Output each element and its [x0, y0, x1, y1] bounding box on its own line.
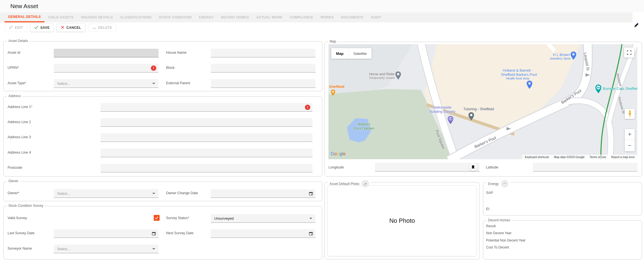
poi-marker-tutoring[interactable] — [468, 112, 474, 122]
cost-to-decent-label: Cost To Decent — [486, 245, 509, 249]
chevron-down-icon — [152, 248, 155, 250]
google-letter: G — [331, 151, 334, 156]
poi-marker-horse-and-rider[interactable] — [395, 71, 401, 81]
tab-child-assets[interactable]: CHILD ASSETS — [45, 12, 77, 22]
delete-button[interactable]: DELETE — [88, 24, 116, 32]
longitude-label: Longitude — [328, 165, 344, 169]
latitude-field[interactable] — [533, 163, 638, 172]
poi-marker-hl-brown[interactable] — [570, 51, 577, 61]
asset-default-photo-section: Asset Default Photo No Photo — [325, 182, 480, 259]
map-legend: Map — [330, 39, 336, 43]
owner-change-date-field[interactable] — [211, 189, 316, 198]
block-label: Block — [166, 66, 175, 70]
zoom-in-button[interactable]: + — [625, 129, 635, 140]
save-button-label: SAVE — [40, 26, 50, 30]
non-decent-year-label: Non Decent Year — [486, 231, 512, 235]
app-window: New Asset GENERAL DETAILS CHILD ASSETS H… — [0, 0, 644, 265]
page-title: New Asset — [10, 3, 38, 10]
calendar-icon[interactable] — [309, 191, 313, 197]
map-data-text: Map data ©2023 Google — [554, 156, 584, 159]
tab-classifications[interactable]: CLASSIFICATIONS — [116, 12, 155, 22]
house-name-field[interactable] — [211, 49, 316, 57]
house-name-label: House Name — [166, 51, 186, 55]
block-field[interactable] — [211, 64, 316, 72]
stock-condition-survey-legend: Stock Condition Survey — [8, 204, 43, 208]
google-letter: e — [343, 151, 346, 156]
keyboard-shortcuts-link[interactable]: Keyboard shortcuts — [525, 156, 549, 159]
save-button[interactable]: SAVE — [30, 24, 54, 32]
error-icon: ! — [151, 65, 156, 71]
report-map-error-link[interactable]: Report a map error — [611, 156, 635, 159]
survey-status-select[interactable]: Unsurveyed — [211, 214, 316, 223]
poi-hb-line1: Holland & Barrett - — [501, 68, 535, 72]
google-letter: o — [337, 151, 339, 156]
poi-label-horse-and-rider: Horse and Rider Temporarily closed — [368, 72, 395, 79]
longitude-field[interactable] — [375, 163, 480, 172]
address-line2-field[interactable] — [101, 118, 312, 127]
owner-select[interactable]: Select... — [54, 189, 158, 198]
poi-marker-nationwide[interactable]: £ — [447, 116, 454, 125]
map-type-satellite-button[interactable]: Satellite — [348, 48, 372, 59]
zoom-out-button[interactable]: − — [625, 140, 635, 151]
fullscreen-button[interactable] — [624, 48, 634, 58]
city-marker-sheffield[interactable] — [331, 90, 335, 97]
energy-section: Energy SAP EI — [483, 182, 642, 215]
latitude-label: Latitude — [486, 165, 498, 169]
ei-label: EI — [486, 207, 489, 211]
google-logo[interactable]: Google — [331, 151, 346, 156]
external-parent-field[interactable] — [211, 79, 316, 88]
address-line4-field[interactable] — [101, 149, 312, 157]
tab-stock-condition[interactable]: STOCK CONDITION — [155, 12, 195, 22]
pegman-button[interactable] — [625, 109, 635, 119]
photo-placeholder: No Photo — [327, 185, 477, 256]
google-letter: o — [334, 151, 337, 156]
calendar-icon[interactable] — [152, 231, 156, 237]
map-type-map-button[interactable]: Map — [331, 48, 348, 59]
last-survey-date-field[interactable] — [54, 229, 158, 238]
poi-marker-bumper-cars[interactable] — [595, 85, 602, 95]
surveyor-name-select[interactable]: Select... — [54, 245, 158, 253]
edit-button[interactable]: EDIT — [4, 24, 27, 32]
address-line3-label: Address Line 3 — [8, 135, 31, 139]
decent-homes-section: Decent Homes Result Non Decent Year Pote… — [483, 221, 642, 259]
energy-legend: Energy — [488, 182, 499, 186]
decent-homes-legend: Decent Homes — [488, 218, 510, 222]
stock-condition-survey-section: Stock Condition Survey Valid Survey Surv… — [3, 206, 322, 259]
map-canvas[interactable]: Leopold St Pinstone St Pinstone St Pool … — [328, 44, 637, 159]
address-line1-field[interactable]: ! — [101, 103, 312, 112]
map-type-control: Map Satellite — [331, 48, 372, 59]
edit-pencil-icon[interactable] — [633, 22, 639, 28]
asset-id-label: Asset Id — [8, 51, 20, 55]
fullscreen-icon — [627, 50, 631, 55]
poi-marker-holland-barrett[interactable] — [526, 81, 533, 90]
tab-actual-work[interactable]: ACTUAL WORK — [253, 12, 286, 22]
tab-general-details[interactable]: GENERAL DETAILS — [4, 12, 45, 22]
owner-legend: Owner — [8, 179, 18, 183]
map-attribution: Keyboard shortcuts Map data ©2023 Google… — [522, 155, 637, 159]
tab-compliance[interactable]: COMPLIANCE — [286, 12, 317, 22]
tab-documents[interactable]: DOCUMENTS — [337, 12, 367, 22]
owner-section: Owner Owner* Select... Owner Change Date — [3, 181, 322, 201]
tab-housing-details[interactable]: HOUSING DETAILS — [77, 12, 116, 22]
postcode-field[interactable] — [101, 164, 312, 172]
bookmark-button[interactable] — [469, 163, 477, 171]
uprn-field[interactable]: ! — [54, 64, 158, 72]
google-letter: g — [339, 151, 342, 156]
next-survey-date-field[interactable] — [211, 229, 316, 238]
asset-type-select[interactable]: Select... — [54, 79, 158, 88]
map-section: Map — [325, 42, 642, 177]
valid-survey-checkbox[interactable] — [154, 215, 160, 221]
calendar-icon[interactable] — [309, 231, 313, 237]
address-line3-field[interactable] — [101, 133, 312, 142]
tab-energy[interactable]: ENERGY — [195, 12, 217, 22]
energy-refresh-button[interactable] — [501, 180, 508, 187]
cancel-button[interactable]: CANCEL — [57, 24, 85, 32]
poi-label-barkers-pool-garden: Barkers Pool Garden — [350, 122, 378, 130]
tab-works[interactable]: WORKS — [317, 12, 338, 22]
poi-label-holland-barrett: Holland & Barrett - Sheffield Barkers Po… — [501, 68, 535, 80]
next-survey-date-label: Next Survey Date — [166, 231, 193, 235]
terms-of-use-link[interactable]: Terms of Use — [590, 156, 606, 159]
pegman-icon — [628, 110, 632, 118]
tab-decent-homes[interactable]: DECENT HOMES — [217, 12, 253, 22]
tab-audit[interactable]: AUDIT — [367, 12, 385, 22]
